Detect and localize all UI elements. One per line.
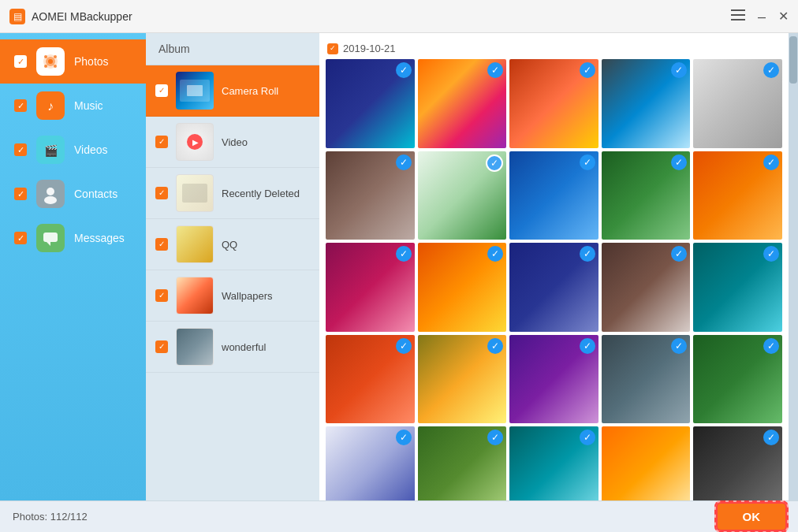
photos-label: Photos bbox=[74, 55, 109, 68]
photo-section: 2019-10-21 ✓ ✓ ✓ ✓ ✓ bbox=[319, 33, 798, 500]
messages-icon bbox=[36, 224, 65, 252]
photo-cell[interactable]: ✓ bbox=[326, 243, 415, 332]
album-item-camera-roll[interactable]: Camera Roll bbox=[146, 65, 319, 117]
contacts-checkbox[interactable] bbox=[14, 188, 27, 200]
recently-deleted-label: Recently Deleted bbox=[222, 188, 300, 199]
photo-grid-area[interactable]: 2019-10-21 ✓ ✓ ✓ ✓ ✓ bbox=[319, 33, 789, 500]
photo-cell[interactable]: ✓ bbox=[602, 59, 691, 148]
photos-checkbox[interactable] bbox=[14, 55, 27, 68]
photo-check-badge: ✓ bbox=[763, 338, 779, 354]
photo-cell[interactable]: ✓ bbox=[602, 243, 691, 332]
photo-cell[interactable]: ✓ bbox=[509, 426, 598, 500]
photo-check-badge: ✓ bbox=[396, 246, 412, 262]
ok-button[interactable]: OK bbox=[718, 504, 786, 530]
camera-roll-checkbox[interactable] bbox=[155, 84, 168, 97]
minimize-button[interactable]: – bbox=[758, 9, 766, 24]
recently-deleted-checkbox[interactable] bbox=[155, 187, 168, 199]
music-icon: ♪ bbox=[36, 91, 65, 120]
sidebar-item-messages[interactable]: Messages bbox=[0, 216, 146, 260]
messages-checkbox[interactable] bbox=[14, 232, 27, 244]
video-checkbox[interactable] bbox=[155, 136, 168, 148]
photo-check-badge: ✓ bbox=[487, 430, 503, 445]
camera-roll-thumb bbox=[176, 72, 214, 110]
photo-cell[interactable]: ✓ bbox=[418, 151, 507, 240]
svg-text:♪: ♪ bbox=[47, 99, 54, 113]
left-sidebar: Photos ♪ Music 🎬 Videos bbox=[0, 33, 146, 500]
photo-row-1: ✓ ✓ ✓ ✓ ✓ bbox=[326, 59, 782, 148]
sidebar-item-music[interactable]: ♪ Music bbox=[0, 84, 146, 128]
svg-point-9 bbox=[54, 65, 57, 68]
photo-cell[interactable]: ✓ bbox=[602, 151, 691, 240]
wonderful-thumb bbox=[176, 328, 214, 366]
photo-cell[interactable]: ✓ bbox=[326, 426, 415, 500]
svg-text:🎬: 🎬 bbox=[44, 144, 58, 158]
photo-row-5: ✓ ✓ ✓ ✓ bbox=[326, 426, 782, 500]
photo-check-badge: ✓ bbox=[763, 154, 779, 170]
photo-cell[interactable]: ✓ bbox=[418, 426, 507, 500]
qq-checkbox[interactable] bbox=[155, 238, 168, 251]
wallpapers-thumb bbox=[176, 277, 214, 314]
photo-cell[interactable]: ✓ bbox=[693, 243, 782, 332]
photos-icon bbox=[36, 47, 65, 76]
photo-cell[interactable]: ✓ bbox=[418, 335, 507, 424]
photo-check-badge: ✓ bbox=[763, 246, 779, 262]
scrollbar-thumb[interactable] bbox=[789, 36, 797, 84]
photo-cell[interactable]: ✓ bbox=[509, 151, 598, 240]
album-item-qq[interactable]: QQ bbox=[146, 219, 319, 270]
videos-icon: 🎬 bbox=[36, 136, 65, 164]
album-item-wonderful[interactable]: wonderful bbox=[146, 322, 319, 373]
app-title: AOMEI MBackupper bbox=[32, 10, 132, 23]
svg-point-16 bbox=[47, 188, 54, 195]
photo-check-badge: ✓ bbox=[486, 154, 503, 172]
photo-cell[interactable] bbox=[602, 426, 691, 500]
album-item-video[interactable]: ▶ Video bbox=[146, 117, 319, 168]
photo-cell[interactable]: ✓ bbox=[693, 151, 782, 240]
svg-rect-0 bbox=[731, 9, 745, 11]
menu-button[interactable] bbox=[731, 9, 745, 24]
wallpapers-checkbox[interactable] bbox=[155, 289, 168, 302]
photo-row-3: ✓ ✓ ✓ ✓ ✓ bbox=[326, 243, 782, 332]
album-item-wallpapers[interactable]: Wallpapers bbox=[146, 270, 319, 322]
photo-cell[interactable]: ✓ bbox=[418, 59, 507, 148]
photo-cell[interactable]: ✓ bbox=[326, 335, 415, 424]
photo-cell[interactable]: ✓ bbox=[509, 335, 598, 424]
album-item-recently-deleted[interactable]: Recently Deleted bbox=[146, 168, 319, 219]
svg-point-8 bbox=[44, 55, 47, 58]
title-bar: ▤ AOMEI MBackupper – ✕ bbox=[0, 0, 798, 33]
wallpapers-label: Wallpapers bbox=[222, 290, 273, 302]
photo-cell[interactable]: ✓ bbox=[509, 243, 598, 332]
videos-checkbox[interactable] bbox=[14, 143, 27, 156]
wonderful-checkbox[interactable] bbox=[155, 340, 168, 353]
music-checkbox[interactable] bbox=[14, 99, 27, 112]
sidebar-item-contacts[interactable]: Contacts bbox=[0, 172, 146, 216]
photo-cell[interactable]: ✓ bbox=[326, 151, 415, 240]
date-select-all[interactable] bbox=[327, 43, 338, 54]
scrollbar-track[interactable] bbox=[789, 33, 798, 500]
photo-cell[interactable]: ✓ bbox=[509, 59, 598, 148]
photo-cell[interactable]: ✓ bbox=[326, 59, 415, 148]
messages-label: Messages bbox=[74, 232, 125, 244]
main-container: Photos ♪ Music 🎬 Videos bbox=[0, 33, 798, 500]
photo-cell[interactable]: ✓ bbox=[418, 243, 507, 332]
svg-point-10 bbox=[44, 65, 47, 68]
title-bar-left: ▤ AOMEI MBackupper bbox=[9, 9, 132, 24]
sidebar-item-photos[interactable]: Photos bbox=[0, 39, 146, 84]
photo-cell[interactable]: ✓ bbox=[693, 335, 782, 424]
album-header: Album bbox=[146, 33, 319, 65]
sidebar-item-videos[interactable]: 🎬 Videos bbox=[0, 128, 146, 172]
photo-check-badge: ✓ bbox=[671, 338, 687, 354]
svg-rect-2 bbox=[731, 19, 745, 20]
photo-check-badge: ✓ bbox=[763, 430, 779, 445]
photo-count: Photos: 112/112 bbox=[13, 511, 88, 523]
date-label: 2019-10-21 bbox=[343, 43, 396, 54]
video-thumb: ▶ bbox=[176, 123, 214, 161]
camera-roll-label: Camera Roll bbox=[222, 85, 278, 97]
photo-check-badge: ✓ bbox=[396, 430, 412, 445]
photo-cell[interactable]: ✓ bbox=[693, 59, 782, 148]
album-panel: Album Camera Roll ▶ Video bbox=[146, 33, 319, 500]
photo-check-badge: ✓ bbox=[763, 62, 779, 78]
photo-cell[interactable]: ✓ bbox=[602, 335, 691, 424]
close-button[interactable]: ✕ bbox=[778, 9, 789, 24]
photo-cell[interactable]: ✓ bbox=[693, 426, 782, 500]
svg-point-6 bbox=[48, 59, 53, 64]
